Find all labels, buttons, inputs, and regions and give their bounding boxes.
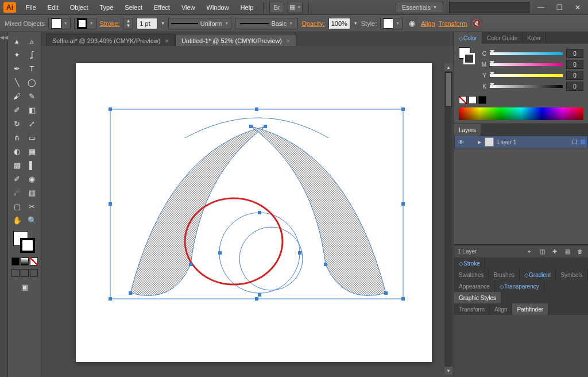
close-tab-icon[interactable]: × [287, 37, 290, 44]
artboard[interactable] [76, 63, 432, 362]
layer-row[interactable]: 👁 ▶ Layer 1 [454, 136, 588, 148]
stroke-weight-field[interactable]: 1 pt [137, 18, 157, 29]
draw-normal[interactable] [11, 269, 20, 277]
arrange-docs-button[interactable]: ▦ [288, 2, 303, 13]
opacity-field[interactable]: 100% [328, 18, 350, 29]
menu-window[interactable]: Window [202, 2, 234, 13]
new-layer-icon[interactable]: ▤ [563, 247, 572, 256]
tab-stroke[interactable]: ◇ Stroke [454, 257, 485, 269]
search-input[interactable] [449, 2, 529, 13]
fill-stroke-control[interactable] [13, 231, 36, 254]
stroke-weight-stepper[interactable]: ▲▼ [123, 18, 133, 29]
tab-layers[interactable]: Layers [454, 124, 481, 136]
symbol-sprayer-tool[interactable]: ☄ [10, 186, 24, 199]
scroll-thumb[interactable] [445, 72, 452, 107]
tab-color-guide[interactable]: Color Guide [482, 32, 523, 44]
blob-brush-tool[interactable]: ✐ [10, 103, 24, 116]
locate-object-icon[interactable]: ⌖ [525, 247, 534, 256]
zoom-tool[interactable]: 🔍 [25, 214, 39, 226]
stroke-indicator[interactable] [463, 53, 475, 64]
tab-gradient[interactable]: ◇ Gradient [520, 269, 556, 280]
artboard-tool[interactable]: ▢ [10, 200, 24, 213]
eyedropper-tool[interactable]: ✐ [10, 172, 24, 185]
paintbrush-tool[interactable]: 🖌 [10, 90, 24, 102]
isolate-button[interactable]: 🔇 [470, 18, 483, 29]
none-mode[interactable] [30, 257, 38, 266]
none-swatch[interactable] [459, 96, 467, 104]
cmyk-m-value[interactable]: 0 [566, 60, 583, 69]
close-icon[interactable]: ✕ [571, 3, 585, 12]
tab-align[interactable]: Align [490, 303, 512, 315]
minimize-icon[interactable]: ― [534, 3, 548, 12]
spectrum-picker[interactable] [459, 107, 583, 120]
cmyk-y-slider[interactable] [490, 72, 563, 78]
tab-appearance[interactable]: Appearance [454, 280, 495, 292]
lasso-tool[interactable]: ʆ [25, 48, 39, 61]
vertical-scrollbar[interactable]: ▲ ▼ [444, 63, 452, 375]
free-transform-tool[interactable]: ▭ [25, 131, 39, 144]
eraser-tool[interactable]: ◧ [25, 103, 39, 116]
line-tool[interactable]: ╲ [10, 76, 24, 89]
color-mode[interactable] [11, 257, 20, 266]
direct-selection-tool[interactable]: ▵ [25, 34, 39, 47]
tab-pathfinder[interactable]: Pathfinder [512, 303, 548, 315]
stroke-swatch-box[interactable] [20, 238, 35, 253]
graph-tool[interactable]: ▥ [25, 186, 39, 199]
screen-mode[interactable]: ▣ [18, 280, 32, 293]
document-tab[interactable]: Untitled-1* @ 52% (CMYK/Preview) × [175, 34, 296, 47]
type-tool[interactable]: T [25, 62, 39, 75]
pen-tool[interactable]: ✒ [10, 62, 24, 75]
layer-thumbnail[interactable] [485, 137, 494, 147]
gradient-tool[interactable]: ▌ [25, 159, 39, 171]
graphic-style-swatch[interactable]: ▼ [380, 18, 403, 29]
black-swatch[interactable] [478, 96, 486, 104]
bridge-button[interactable]: Br [269, 2, 284, 13]
scale-tool[interactable]: ⤢ [25, 117, 39, 130]
artwork[interactable] [76, 63, 432, 362]
align-link[interactable]: Align [421, 20, 435, 27]
cmyk-k-value[interactable]: 0 [566, 82, 583, 91]
close-tab-icon[interactable]: × [165, 37, 168, 44]
menu-help[interactable]: Help [235, 2, 259, 13]
shape-builder-tool[interactable]: ◐ [10, 145, 24, 157]
menu-effect[interactable]: Effect [149, 2, 175, 13]
magic-wand-tool[interactable]: ✦ [10, 48, 24, 61]
white-swatch[interactable] [469, 96, 477, 104]
opacity-label[interactable]: Opacity: [301, 20, 324, 27]
tab-swatches[interactable]: Swatches [454, 269, 489, 280]
menu-select[interactable]: Select [119, 2, 148, 13]
perspective-tool[interactable]: ▦ [25, 145, 39, 157]
target-icon[interactable] [572, 140, 577, 144]
document-tab[interactable]: Selfie.ai* @ 293.49% (CMYK/Preview) × [46, 34, 175, 47]
menu-file[interactable]: File [21, 2, 41, 13]
selection-tool[interactable]: ▴ [10, 34, 24, 47]
mesh-tool[interactable]: ▩ [10, 159, 24, 171]
visibility-icon[interactable]: 👁 [457, 139, 465, 145]
cmyk-c-value[interactable]: 0 [566, 49, 583, 58]
blend-tool[interactable]: ◉ [25, 172, 39, 185]
draw-behind[interactable] [21, 269, 29, 277]
stroke-profile[interactable]: Uniform▼ [168, 18, 231, 29]
tab-graphic-styles[interactable]: Graphic Styles [454, 292, 501, 303]
scroll-up-icon[interactable]: ▲ [444, 63, 452, 71]
slice-tool[interactable]: ✂ [25, 200, 39, 213]
rotate-tool[interactable]: ↻ [10, 117, 24, 130]
tab-brushes[interactable]: Brushes [489, 269, 520, 280]
cmyk-c-slider[interactable] [490, 51, 563, 56]
tab-kuler[interactable]: Kuler [523, 32, 546, 44]
tab-transparency[interactable]: ◇ Transparency [495, 280, 544, 292]
delete-layer-icon[interactable]: 🗑 [575, 247, 585, 256]
canvas[interactable]: ▲ ▼ [41, 46, 454, 377]
cmyk-m-slider[interactable] [490, 61, 563, 67]
gradient-mode[interactable] [21, 257, 29, 266]
width-tool[interactable]: ⋔ [10, 131, 24, 144]
layer-name[interactable]: Layer 1 [497, 139, 516, 145]
menu-view[interactable]: View [176, 2, 200, 13]
workspace-switcher[interactable]: Essentials▼ [396, 2, 443, 13]
new-sublayer-icon[interactable]: ✚ [550, 247, 559, 256]
scroll-down-icon[interactable]: ▼ [444, 367, 452, 375]
restore-icon[interactable]: ❐ [552, 3, 566, 12]
expand-icon[interactable]: ▶ [478, 140, 481, 145]
hand-tool[interactable]: ✋ [10, 214, 24, 226]
tab-symbols[interactable]: Symbols [556, 269, 587, 280]
